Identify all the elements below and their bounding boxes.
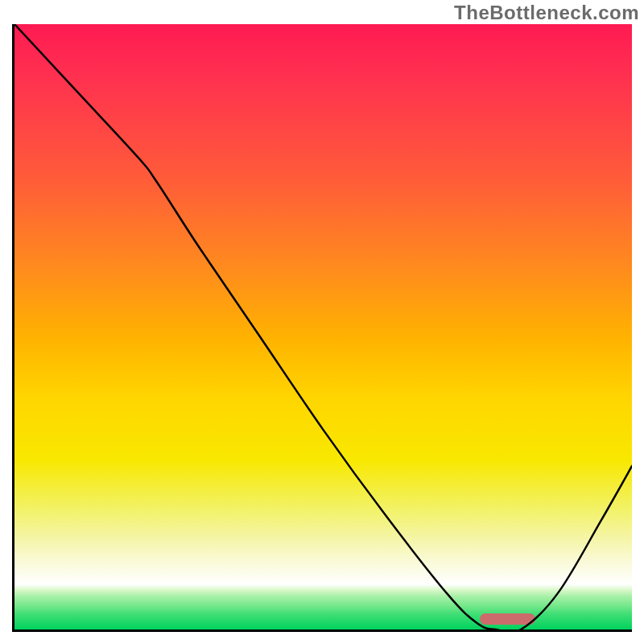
chart-background-gradient [14,24,632,630]
watermark-text: TheBottleneck.com [454,2,639,24]
optimal-range-marker [480,613,535,625]
chart-plot-area [12,24,632,632]
